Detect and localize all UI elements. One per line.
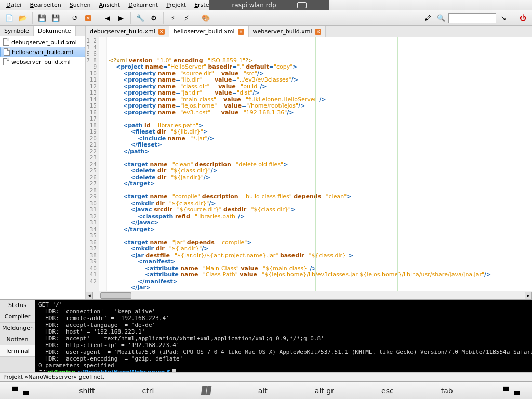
run-button[interactable]: ⚡ — [167, 12, 179, 24]
close-icon[interactable]: ✕ — [158, 29, 165, 35]
editor-tab[interactable]: helloserver_build.xml✕ — [169, 26, 249, 37]
build-all-button[interactable]: ⚙ — [148, 12, 160, 24]
menu-ansicht[interactable]: Ansicht — [95, 1, 125, 9]
close-icon[interactable]: ✕ — [238, 29, 244, 35]
color-picker-button[interactable]: 🎨 — [200, 12, 212, 24]
osk-tab[interactable]: tab — [441, 387, 453, 395]
bottom-tab-compiler[interactable]: Compiler — [0, 311, 35, 323]
editor-tab[interactable]: webserver_build.xml✕ — [249, 26, 326, 37]
menu-suchen[interactable]: Suchen — [65, 1, 95, 9]
editor-tab-label: helloserver_build.xml — [174, 28, 235, 35]
sidebar-tabs: SymboleDokumente — [0, 26, 85, 36]
windows-key-icon[interactable] — [201, 386, 211, 395]
reload-button[interactable]: ↺ — [69, 12, 81, 24]
bottom-tab-notizen[interactable]: Notizen — [0, 334, 35, 345]
bottom-tab-terminal[interactable]: Terminal — [0, 345, 35, 357]
goto-line-button[interactable]: ↘ — [497, 12, 510, 24]
menu-datei[interactable]: Datei — [2, 1, 25, 9]
bottom-tab-meldungen[interactable]: Meldungen — [0, 323, 35, 334]
run-2-button[interactable]: ⚡ — [180, 12, 193, 24]
nav-back-button[interactable]: ◀ — [101, 12, 114, 24]
highlight-button[interactable]: 🖍 — [421, 12, 434, 24]
status-text: Projekt »NanoWebserver« geöffnet. — [3, 374, 104, 380]
rdp-session-title: raspi wlan rdp — [232, 2, 276, 9]
sidebar-tab-symbole[interactable]: Symbole — [0, 26, 34, 36]
bottom-tab-status[interactable]: Status — [0, 300, 35, 311]
nav-forward-button[interactable]: ▶ — [115, 12, 127, 24]
save-button[interactable]: 💾 — [36, 12, 48, 24]
quit-button[interactable]: ⏻ — [516, 12, 529, 24]
osk-alt[interactable]: alt — [258, 387, 268, 395]
code-editor[interactable]: <?xml version="1.0" encoding="ISO-8859-1… — [107, 37, 532, 291]
close-icon[interactable]: ✕ — [315, 29, 321, 35]
editor-area: debugserver_build.xml✕helloserver_build.… — [86, 26, 532, 299]
file-item[interactable]: webserver_build.xml — [0, 57, 85, 66]
close-doc-button[interactable]: ✕ — [82, 12, 95, 24]
document-list: debugserver_build.xmlhelloserver_build.x… — [0, 36, 85, 299]
editor-tab[interactable]: debugserver_build.xml✕ — [86, 26, 169, 37]
bottom-panel: StatusCompilerMeldungenNotizenTerminal G… — [0, 299, 532, 372]
sidebar: SymboleDokumente debugserver_build.xmlhe… — [0, 26, 86, 299]
keyboard-icon[interactable] — [297, 2, 307, 8]
bottom-panel-tabs: StatusCompilerMeldungenNotizenTerminal — [0, 300, 35, 372]
document-icon — [4, 48, 10, 56]
menu-dokument[interactable]: Dokument — [124, 1, 162, 9]
keyboard-right-icon[interactable]: ▝▘▗▖ — [500, 387, 523, 395]
editor-tab-label: debugserver_build.xml — [90, 28, 155, 35]
file-item[interactable]: helloserver_build.xml — [0, 47, 85, 57]
file-item[interactable]: debugserver_build.xml — [0, 37, 85, 47]
menu-projekt[interactable]: Projekt — [162, 1, 190, 9]
osk-shift[interactable]: shift — [79, 387, 95, 395]
status-bar: Projekt »NanoWebserver« geöffnet. — [0, 372, 532, 381]
open-file-button[interactable]: 📂 — [17, 12, 29, 24]
line-number-gutter: 1 2 3 4 5 6 7 8 9 10 11 12 13 14 15 16 1… — [86, 37, 99, 291]
rdp-session-titlebar: raspi wlan rdp — [209, 0, 329, 10]
file-item-label: webserver_build.xml — [11, 59, 71, 65]
osk-esc[interactable]: esc — [381, 387, 394, 395]
find-button[interactable]: 🔍 — [435, 12, 447, 24]
horizontal-scrollbar[interactable]: ◂▸ — [86, 291, 532, 299]
terminal-output[interactable]: GET '/' HDR: 'connection' = 'keep-alive'… — [35, 300, 532, 372]
file-item-label: helloserver_build.xml — [12, 49, 73, 56]
document-icon — [3, 38, 9, 46]
file-item-label: debugserver_build.xml — [11, 39, 77, 46]
osk-altgr[interactable]: alt gr — [315, 387, 334, 395]
save-all-button[interactable]: 💾 — [49, 12, 62, 24]
editor-tabs: debugserver_build.xml✕helloserver_build.… — [86, 26, 532, 37]
build-button[interactable]: 🔧 — [134, 12, 147, 24]
sidebar-tab-dokumente[interactable]: Dokumente — [34, 26, 76, 36]
editor-tab-label: webserver_build.xml — [253, 28, 312, 35]
fold-gutter[interactable] — [99, 37, 107, 291]
new-file-button[interactable]: 📄 — [3, 12, 16, 24]
main-toolbar: 📄 📂 💾 💾 ↺ ✕ ◀ ▶ 🔧 ⚙ ⚡ ⚡ 🎨 🖍 🔍 ↘ ⏻ — [0, 10, 532, 26]
search-input[interactable] — [448, 13, 496, 23]
keyboard-left-icon[interactable]: ▝▘▗▖ — [9, 387, 32, 395]
virtual-keyboard-bar: ▝▘▗▖ shift ctrl alt alt gr esc tab ▝▘▗▖ — [0, 381, 532, 399]
menu-bearbeiten[interactable]: Bearbeiten — [25, 1, 65, 9]
osk-ctrl[interactable]: ctrl — [142, 387, 154, 395]
document-icon — [3, 58, 9, 65]
